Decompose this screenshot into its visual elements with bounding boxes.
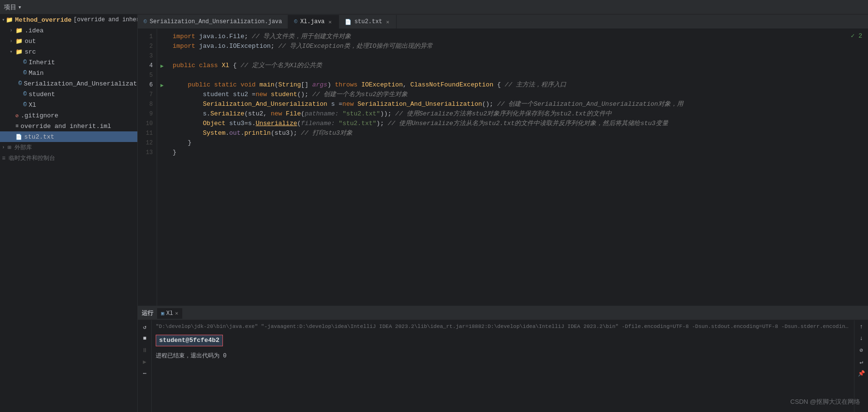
fn-student: student: [271, 90, 297, 99]
code-line-13: }: [173, 148, 862, 157]
student-label: student: [29, 91, 55, 98]
ln-5: 5: [138, 71, 153, 80]
tab-serialization[interactable]: © Serialization_And_Unserialization.java: [138, 15, 288, 28]
tab-stu2-close[interactable]: ✕: [385, 19, 391, 25]
code-line-8: Serialization_And_Unserialization s =new…: [173, 99, 862, 109]
project-dropdown[interactable]: 项目 ▾: [4, 3, 22, 12]
sidebar-item-student[interactable]: © student: [0, 89, 137, 99]
sidebar-item-iml[interactable]: ≡ override and inherit.iml: [0, 121, 137, 131]
cmt-2: // 导入IOException类，处理IO操作可能出现的异常: [275, 42, 433, 51]
gitignore-label: .gitignore: [21, 112, 59, 119]
ln-9: 9: [138, 109, 153, 119]
project-name: Method_override: [15, 16, 72, 24]
tab-xl[interactable]: © Xl.java ✕: [288, 15, 339, 28]
code-line-7: student stu2 =new student(); // 创建一个名为st…: [173, 90, 862, 99]
sidebar-item-idea[interactable]: › 📁 .idea: [0, 25, 137, 36]
code-line-9: s.Serialize(stu2, new File(pathname: "st…: [173, 109, 862, 119]
src-arrow: ▾: [10, 49, 15, 55]
kw-import-2: import: [173, 42, 199, 51]
idea-arrow: ›: [10, 28, 15, 33]
run-panel-header: 运行 ▣ Xl ✕: [138, 307, 868, 320]
tab-stu2-icon: 📄: [345, 19, 352, 25]
sidebar-item-gitignore[interactable]: ⊘ .gitignore: [0, 110, 137, 121]
kw-import-1: import: [173, 32, 199, 42]
pin-btn[interactable]: 📌: [856, 369, 866, 378]
gutter-10: [157, 119, 167, 128]
idea-label: .idea: [25, 27, 44, 34]
run-tab-label: Xl: [166, 310, 173, 317]
cmt-7: // 创建一个名为stu2的学生对象: [309, 90, 408, 99]
kw-public-1: public: [173, 61, 199, 71]
fn-serialize: Serialize: [210, 109, 244, 119]
sidebar-item-serial[interactable]: © Serialization_And_Unserialization: [0, 78, 137, 89]
tab-bar: © Serialization_And_Unserialization.java…: [138, 14, 868, 29]
sidebar-item-main[interactable]: © Main: [0, 68, 137, 78]
sidebar-item-out[interactable]: › 📁 out: [0, 36, 137, 46]
scroll-down-btn[interactable]: ↓: [856, 334, 866, 343]
fn-println: println: [244, 128, 271, 138]
cmt-8: // 创建一个Serialization_And_Unserialization…: [493, 99, 683, 109]
sidebar-item-root[interactable]: ▾ 📁 Method_override [override and inheri…: [0, 14, 137, 25]
gitignore-icon: ⊘: [15, 113, 19, 119]
run-tab-xl[interactable]: ▣ Xl ✕: [157, 308, 182, 319]
gutter-5: [157, 71, 167, 80]
gutter-6-run[interactable]: ▶: [157, 80, 167, 90]
editor-gutter: ▶ ▶: [157, 29, 167, 306]
resume-btn: ▶: [140, 357, 149, 367]
sidebar-item-inherit[interactable]: © Inherit: [0, 57, 137, 68]
rerun-btn[interactable]: ↺: [140, 322, 149, 332]
settings-btn[interactable]: ⋯: [140, 369, 149, 378]
cmt-9: // 使用Serialize方法将stu2对象序列化并保存到名为stu2.txt…: [392, 109, 612, 119]
stu2-label: stu2.txt: [24, 133, 54, 141]
cls-file: File: [286, 109, 301, 119]
src-folder-icon: 📁: [15, 48, 23, 56]
external-libs[interactable]: › ⊞ 外部库: [0, 142, 137, 153]
run-exit-msg: 进程已结束，退出代码为 0: [152, 350, 854, 362]
xl-label: Xl: [29, 101, 36, 109]
scroll-up-btn[interactable]: ↑: [856, 322, 866, 332]
temp-files[interactable]: ≡ 临时文件和控制台: [0, 153, 137, 163]
tab-stu2[interactable]: 📄 stu2.txt ✕: [339, 15, 397, 28]
sidebar-item-src[interactable]: ▾ 📁 src: [0, 46, 137, 57]
run-tab-close[interactable]: ✕: [175, 310, 178, 316]
editor-area: © Serialization_And_Unserialization.java…: [138, 14, 868, 412]
run-output-value: student@5fcfe4b2: [156, 335, 223, 346]
gutter-13: [157, 148, 167, 157]
ln-13: 13: [138, 148, 153, 157]
ln-12: 12: [138, 138, 153, 148]
run-panel-title: 运行: [142, 309, 153, 317]
code-content[interactable]: import java.io.File; // 导入文件类，用于创建文件对象 i…: [167, 29, 868, 306]
inherit-java-icon: ©: [23, 59, 27, 66]
tab-xl-close[interactable]: ✕: [327, 19, 333, 25]
kw-new-2: new: [342, 99, 357, 109]
kw-new-1: new: [256, 90, 271, 99]
cls-xl: Xl: [221, 61, 233, 71]
run-cmd-line: "D:\develop\jdk-20\bin\java.exe" "-javaa…: [152, 320, 854, 333]
ext-libs-arrow: ›: [2, 145, 7, 150]
kw-throws: throws: [335, 80, 362, 90]
out-folder-icon: 📁: [15, 38, 23, 45]
gutter-4-run[interactable]: ▶: [157, 61, 167, 71]
gutter-3: [157, 51, 167, 61]
stop-btn[interactable]: ■: [140, 334, 149, 343]
root-folder-icon: 📁: [6, 16, 13, 24]
type-file: java.io.File: [199, 32, 245, 42]
clear-btn[interactable]: ⊘: [856, 345, 866, 355]
var-stu3: stu3: [229, 119, 244, 128]
out-label: out: [25, 38, 36, 45]
cmt-10: // 使用Unserialize方法从名为stu2.txt的文件中读取并反序列化…: [384, 119, 668, 128]
ext-libs-label: ⊞ 外部库: [8, 143, 32, 152]
type-ioexception: java.io.IOException: [199, 42, 271, 51]
tab-serial-label: Serialization_And_Unserialization.java: [150, 18, 282, 25]
inherit-label: Inherit: [29, 59, 55, 66]
cls-cnfex: ClassNotFoundException: [411, 80, 494, 90]
wrap-btn[interactable]: ↵: [856, 357, 866, 367]
var-s2: s: [248, 119, 252, 128]
main-java-icon: ©: [23, 70, 27, 76]
sidebar-item-stu2txt[interactable]: 📄 stu2.txt: [0, 131, 137, 142]
code-line-6: public static void main(String[] args) t…: [173, 80, 862, 90]
sidebar-item-xl[interactable]: © Xl: [0, 99, 137, 110]
run-tab-icon: ▣: [161, 310, 164, 316]
code-line-11: System.out.println(stu3); // 打印stu3对象: [173, 128, 862, 138]
main-area: ▾ 📁 Method_override [override and inheri…: [0, 14, 868, 412]
